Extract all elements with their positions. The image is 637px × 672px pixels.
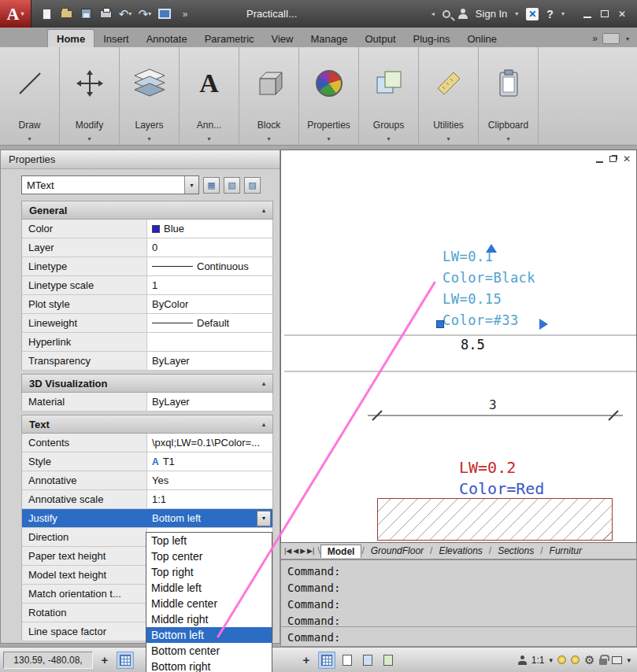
panel-expand-icon[interactable]: ▾: [267, 132, 270, 145]
panel-layers[interactable]: Layers ▾: [120, 47, 180, 145]
prop-row-lineweight[interactable]: Lineweight Default: [21, 314, 273, 333]
command-window[interactable]: Command: Command: Command: Command: Comm…: [280, 559, 637, 647]
tab-manage[interactable]: Manage: [302, 30, 357, 47]
prop-row-annotative-scale[interactable]: Annotative scale 1:1: [21, 490, 273, 509]
panel-expand-icon[interactable]: ▾: [147, 132, 150, 145]
next-tab-button[interactable]: ▶: [300, 547, 306, 555]
tab-home[interactable]: Home: [47, 29, 94, 47]
tab-view[interactable]: View: [263, 30, 302, 47]
layout-tab-model[interactable]: Model: [320, 545, 362, 558]
prop-row-color[interactable]: Color Blue: [21, 220, 273, 238]
tab-annotate[interactable]: Annotate: [138, 30, 196, 47]
prop-row-transparency[interactable]: Transparency ByLayer: [21, 352, 273, 371]
qat-expand-button[interactable]: »: [177, 5, 191, 24]
section-3d-visualization[interactable]: 3D Visualization ▴: [21, 374, 273, 393]
panel-modify[interactable]: Modify ▾: [60, 47, 120, 145]
prop-row-linetype-scale[interactable]: Linetype scale 1: [21, 276, 273, 295]
coordinate-display[interactable]: 130.59, -480.08, 0.00: [3, 652, 93, 669]
save-button[interactable]: [79, 5, 93, 24]
prop-row-material[interactable]: Material ByLayer: [21, 393, 273, 412]
hatched-rectangle[interactable]: [377, 498, 613, 541]
layout-tab-sections[interactable]: Sections: [491, 545, 540, 557]
section-text[interactable]: Text ▴: [21, 415, 273, 434]
combo-caret-icon[interactable]: ▾: [184, 176, 198, 194]
panel-expand-icon[interactable]: ▾: [28, 132, 31, 145]
justify-option-middle-left[interactable]: Middle left: [146, 580, 272, 596]
annotation-scale-caret-icon[interactable]: ▾: [549, 656, 553, 664]
grip-square[interactable]: [436, 320, 444, 328]
panel-expand-icon[interactable]: ▾: [387, 132, 390, 145]
collapse-icon[interactable]: ▴: [262, 421, 265, 428]
autoscale-icon[interactable]: [571, 655, 580, 664]
object-type-select[interactable]: MText ▾: [21, 175, 199, 194]
prev-tab-button[interactable]: ◀: [293, 547, 298, 555]
panel-expand-icon[interactable]: ▾: [446, 132, 450, 145]
doc-restore-button[interactable]: [609, 156, 617, 162]
selected-mtext-entity[interactable]: LW=0.1 Color=Black LW=0.15 Color=#33: [443, 246, 535, 331]
help-button[interactable]: ?: [546, 8, 554, 20]
panel-clipboard[interactable]: Clipboard ▾: [479, 47, 539, 145]
workspace-gear-icon[interactable]: ⚙: [584, 654, 594, 666]
tab-plugins[interactable]: Plug-ins: [405, 30, 459, 47]
search-caret-icon[interactable]: ◂: [431, 10, 435, 17]
panel-properties[interactable]: Properties ▾: [299, 47, 359, 145]
tab-insert[interactable]: Insert: [94, 30, 138, 47]
drawing-canvas[interactable]: ✕ LW=0.1 Color=Black LW=0.15 Color=#33 8…: [280, 150, 637, 543]
dynamic-input-button[interactable]: +: [96, 652, 113, 669]
open-file-button[interactable]: [59, 5, 73, 24]
grip-triangle-up[interactable]: [486, 244, 497, 253]
panel-expand-icon[interactable]: ▾: [207, 132, 210, 145]
help-caret-icon[interactable]: ▾: [561, 10, 565, 17]
layout-tab-furniture[interactable]: Furnitur: [543, 545, 588, 557]
panel-expand-icon[interactable]: ▾: [506, 132, 509, 145]
justify-dropdown-button[interactable]: ▾: [257, 511, 271, 526]
panel-draw[interactable]: Draw ▾: [0, 47, 60, 145]
doc-close-button[interactable]: ✕: [623, 155, 631, 163]
exchange-apps-icon[interactable]: ✕: [526, 8, 539, 20]
app-menu-button[interactable]: A ▾: [0, 0, 31, 28]
quick-select-button[interactable]: ▨: [244, 177, 261, 194]
quick-view-button[interactable]: [157, 5, 172, 24]
justify-option-middle-right[interactable]: Middle right: [146, 611, 272, 627]
prop-row-style[interactable]: Style AT1: [21, 452, 273, 471]
grid-display-button[interactable]: [117, 652, 134, 669]
justify-option-bottom-right[interactable]: Bottom right: [146, 659, 272, 672]
tab-online[interactable]: Online: [458, 30, 506, 47]
sign-in-button[interactable]: Sign In: [476, 8, 507, 20]
prop-row-layer[interactable]: Layer 0: [21, 238, 273, 257]
annotation-scale-button[interactable]: 1:1: [531, 655, 545, 666]
tab-overflow-button[interactable]: »: [592, 33, 596, 44]
clean-screen-icon[interactable]: [612, 656, 622, 664]
prop-row-linetype[interactable]: Linetype Continuous: [21, 257, 273, 276]
restore-button[interactable]: [601, 10, 609, 17]
justify-option-top-right[interactable]: Top right: [146, 564, 272, 580]
undo-button[interactable]: ↶▾: [118, 5, 132, 24]
plot-button[interactable]: [98, 5, 113, 24]
panel-utilities[interactable]: Utilities ▾: [419, 47, 479, 145]
snap-mode-button[interactable]: [318, 652, 335, 669]
justify-option-bottom-left[interactable]: Bottom left: [146, 627, 272, 643]
layout-tab-groundfloor[interactable]: GroundFloor: [365, 545, 430, 557]
ribbon-display-caret-icon[interactable]: ▾: [626, 35, 629, 42]
section-general[interactable]: General ▴: [21, 201, 273, 220]
justify-option-top-left[interactable]: Top left: [146, 533, 272, 548]
prop-row-hyperlink[interactable]: Hyperlink: [21, 333, 273, 352]
minimize-button[interactable]: [583, 17, 591, 18]
search-icon[interactable]: [443, 10, 450, 18]
layout-tab-elevations[interactable]: Elevations: [432, 545, 488, 557]
panel-groups[interactable]: Groups ▾: [359, 47, 419, 145]
sign-in-caret-icon[interactable]: ▾: [515, 10, 518, 17]
panel-expand-icon[interactable]: ▾: [87, 132, 91, 145]
first-tab-button[interactable]: |◀: [284, 547, 291, 555]
collapse-icon[interactable]: ▴: [262, 380, 265, 387]
prop-row-contents[interactable]: Contents \pxql;LW=0.1\PColor=...: [21, 434, 273, 452]
ribbon-display-toggle[interactable]: [602, 33, 620, 44]
close-button[interactable]: ✕: [618, 9, 626, 20]
doc-minimize-button[interactable]: [596, 161, 603, 163]
quickview-layouts-button[interactable]: [359, 652, 376, 669]
panel-expand-icon[interactable]: ▾: [327, 132, 330, 145]
lock-ui-icon[interactable]: [599, 659, 607, 665]
status-menu-caret-icon[interactable]: ▾: [627, 656, 631, 664]
prop-row-annotative[interactable]: Annotative Yes: [21, 471, 273, 490]
prop-row-justify[interactable]: Justify Bottom left ▾: [21, 509, 273, 528]
